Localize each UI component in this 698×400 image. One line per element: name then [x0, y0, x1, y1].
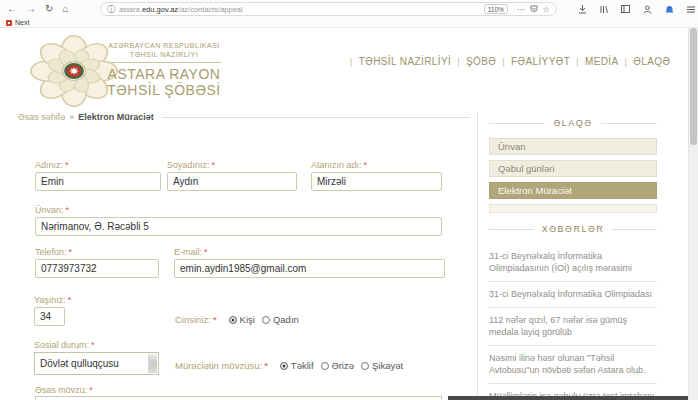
- contact-section-header: ƏLAQƏ: [489, 118, 657, 128]
- father-name-input[interactable]: [311, 172, 442, 191]
- browser-window: ← → ↻ ⌂ ⓘ astara.edu.gov.az/az/contacts/…: [0, 0, 698, 400]
- gender-radio-male[interactable]: [229, 316, 237, 324]
- email-label: E-mail:*: [174, 247, 445, 257]
- appeal-option-sikayet-label[interactable]: Şikayət: [372, 360, 403, 371]
- appeal-radio-sikayet[interactable]: [361, 362, 369, 370]
- breadcrumb-separator: »: [69, 112, 74, 122]
- gender-radio-female[interactable]: [262, 316, 270, 324]
- sidebar-panel-cap: [489, 204, 657, 213]
- org-name-line1: ASTARA RAYON: [101, 66, 227, 82]
- address-input[interactable]: [35, 217, 442, 236]
- gender-option-female-label[interactable]: Qadın: [273, 314, 299, 325]
- appeal-option-teklif-label[interactable]: Təklif: [291, 360, 314, 371]
- sidebar: ƏLAQƏ Ünvan Qəbul günləri Elektron Mürac…: [489, 112, 657, 400]
- surname-label: Soyadınız:*: [167, 160, 297, 170]
- browser-toolbar: ← → ↻ ⌂ ⓘ astara.edu.gov.az/az/contacts/…: [0, 0, 698, 18]
- org-name-line2: TƏHSİL ŞÖBƏSİ: [101, 82, 227, 98]
- appeal-radio-teklif[interactable]: [280, 362, 288, 370]
- appeal-subject-label: Müraciətin mövzusu:*: [175, 360, 268, 371]
- main-nav: | TƏHSİL NAZİRLİYİ | ŞÖBƏ | FƏALİYYƏT | …: [344, 56, 670, 67]
- father-name-field: Atanızın adı:*: [311, 160, 442, 191]
- news-item[interactable]: 31-ci Beynəlxalq İnformatika Olimpiadası: [489, 282, 657, 308]
- sidebar-item-qebul-gunleri[interactable]: Qəbul günləri: [489, 160, 657, 177]
- nav-separator: |: [350, 57, 353, 67]
- reload-icon[interactable]: ↻: [45, 4, 53, 14]
- phone-label: Telefon:*: [35, 247, 159, 257]
- sidebar-item-elektron-muraciet[interactable]: Elektron Müraciət: [489, 182, 657, 199]
- email-field: E-mail:*: [174, 247, 445, 278]
- footer-strip: [448, 396, 688, 400]
- ministry-name-line2: TƏHSİL NAZİRLİYİ: [101, 50, 227, 59]
- site-info-icon[interactable]: ⓘ: [107, 4, 115, 15]
- main-subject-label: Əsas mövzu:*: [35, 385, 93, 395]
- social-status-selected-value: Dövlət qulluqçusu: [40, 358, 119, 369]
- surname-field: Soyadınız:*: [167, 160, 297, 191]
- address-label: Ünvan:*: [35, 205, 442, 215]
- main-subject-input[interactable]: [35, 396, 442, 400]
- nav-separator: |: [576, 57, 579, 67]
- page-actions-icon[interactable]: ⋯: [517, 5, 525, 14]
- scrollbar[interactable]: [688, 28, 698, 400]
- father-name-label: Atanızın adı:*: [311, 160, 442, 170]
- news-list: 31-ci Beynəlxalq İnformatika Olimpiadası…: [489, 244, 657, 400]
- news-section-header: XƏBƏRLƏR: [489, 224, 657, 234]
- org-title-block: AZƏRBAYCAN RESPUBLİKASI TƏHSİL NAZİRLİYİ…: [101, 41, 227, 98]
- surname-input[interactable]: [167, 172, 297, 191]
- nav-item-sobe[interactable]: ŞÖBƏ: [466, 56, 496, 67]
- news-item[interactable]: 31-ci Beynəlxalq İnformatika Olimpiadası…: [489, 244, 657, 282]
- ministry-name-line1: AZƏRBAYCAN RESPUBLİKASI: [101, 41, 227, 50]
- news-item[interactable]: 112 nəfər qızıl, 67 nəfər isə gümüş meda…: [489, 308, 657, 346]
- bookmark-item[interactable]: Next: [15, 19, 29, 26]
- url-text: astara.edu.gov.az/az/contacts/appeal: [119, 5, 243, 14]
- menu-icon[interactable]: [687, 6, 695, 13]
- bookmarks-bar: Next: [0, 18, 698, 28]
- nav-separator: |: [625, 57, 628, 67]
- phone-input[interactable]: [35, 259, 159, 278]
- breadcrumb-current: Elektron Müraciət: [78, 112, 154, 122]
- breadcrumb: Əsas səhifə » Elektron Müraciət: [18, 112, 470, 122]
- sidebar-item-unvan[interactable]: Ünvan: [489, 138, 657, 155]
- library-icon[interactable]: [600, 5, 608, 14]
- nav-item-tehsil-nazirliyi[interactable]: TƏHSİL NAZİRLİYİ: [359, 56, 451, 67]
- email-input[interactable]: [174, 259, 445, 278]
- gender-label: Cinsiniz:*: [175, 314, 217, 325]
- pocket-icon[interactable]: [530, 5, 538, 13]
- home-icon[interactable]: ⌂: [62, 4, 68, 14]
- name-input[interactable]: [35, 172, 161, 191]
- zoom-level-badge[interactable]: 110%: [484, 4, 508, 14]
- news-item[interactable]: Nəsimi ilinə həsr olunan "Təhsil Avtobus…: [489, 346, 657, 384]
- select-scrollbar[interactable]: [148, 354, 157, 373]
- age-input[interactable]: [34, 307, 65, 326]
- nav-item-media[interactable]: MEDİA: [585, 56, 619, 67]
- age-label: Yaşınız:*: [34, 295, 94, 305]
- content-divider: [477, 112, 478, 396]
- downloads-icon[interactable]: [578, 5, 587, 14]
- appeal-radio-erize[interactable]: [321, 362, 329, 370]
- appeal-subject-field: Müraciətin mövzusu:* Təklif Ərizə Şikayə…: [175, 360, 403, 371]
- age-field: Yaşınız:*: [34, 295, 94, 326]
- social-status-label: Sosial durum:*: [34, 340, 159, 350]
- breadcrumb-rule: [162, 117, 470, 118]
- appeal-option-erize-label[interactable]: Ərizə: [332, 360, 354, 371]
- social-status-select[interactable]: Dövlət qulluqçusu: [34, 352, 159, 375]
- sidebar-toggle-icon[interactable]: [621, 5, 630, 13]
- url-bar[interactable]: ⓘ astara.edu.gov.az/az/contacts/appeal 1…: [100, 2, 557, 16]
- phone-field: Telefon:*: [35, 247, 159, 278]
- account-icon[interactable]: [643, 5, 652, 14]
- scrollbar-thumb[interactable]: [690, 28, 697, 145]
- back-icon[interactable]: ←: [7, 4, 17, 14]
- notification-icon[interactable]: [665, 5, 674, 14]
- nav-separator: |: [502, 57, 505, 67]
- bookmark-star-icon[interactable]: ☆: [543, 5, 550, 14]
- name-label: Adınız:*: [35, 160, 161, 170]
- nav-item-elaqe[interactable]: ƏLAQƏ: [633, 56, 670, 67]
- gender-option-male-label[interactable]: Kişi: [240, 314, 255, 325]
- forward-icon[interactable]: →: [26, 4, 36, 14]
- toolbar-actions: [573, 0, 695, 18]
- breadcrumb-home-link[interactable]: Əsas səhifə: [18, 112, 65, 122]
- gender-field: Cinsiniz:* Kişi Qadın: [175, 314, 299, 325]
- name-field: Adınız:*: [35, 160, 161, 191]
- bookmark-favicon: [6, 20, 12, 26]
- nav-item-fealiyyet[interactable]: FƏALİYYƏT: [511, 56, 570, 67]
- social-status-field: Sosial durum:* Dövlət qulluqçusu: [34, 340, 159, 375]
